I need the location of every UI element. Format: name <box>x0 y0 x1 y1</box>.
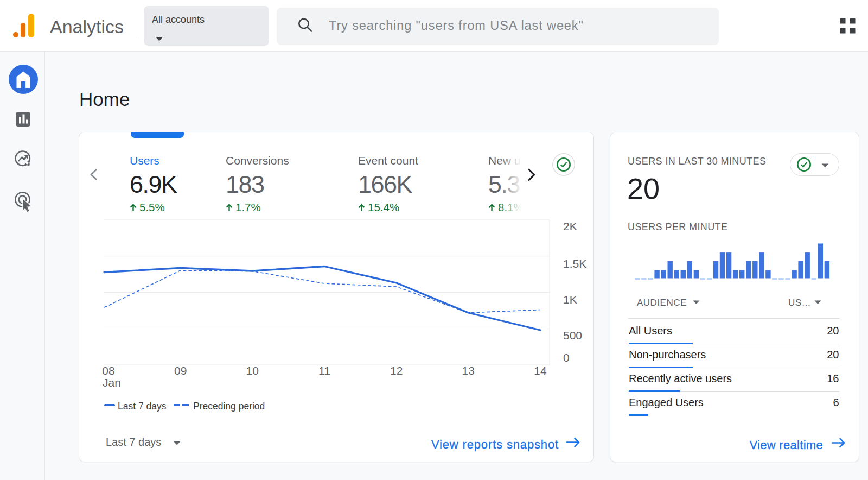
svg-text:14: 14 <box>534 364 547 377</box>
svg-text:11: 11 <box>318 364 330 377</box>
svg-text:0: 0 <box>563 351 570 364</box>
svg-text:09: 09 <box>174 364 187 377</box>
svg-text:10: 10 <box>246 364 259 377</box>
svg-text:08: 08 <box>102 364 114 377</box>
svg-text:Jan: Jan <box>103 376 121 389</box>
svg-text:13: 13 <box>462 364 475 377</box>
svg-text:1K: 1K <box>563 293 577 306</box>
svg-text:12: 12 <box>390 364 403 377</box>
svg-text:500: 500 <box>563 329 582 342</box>
svg-text:1.5K: 1.5K <box>563 257 586 270</box>
svg-text:2K: 2K <box>563 220 577 232</box>
